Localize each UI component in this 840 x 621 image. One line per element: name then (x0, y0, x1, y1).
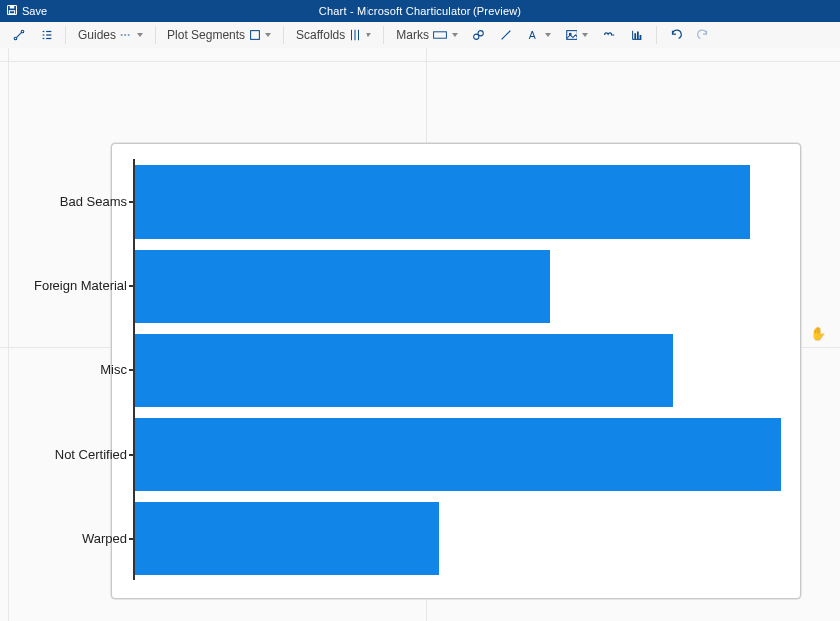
svg-point-19 (478, 31, 483, 36)
bar-label: Not Certified (8, 448, 135, 461)
undo-button[interactable] (665, 26, 686, 44)
svg-line-5 (16, 32, 21, 37)
svg-rect-25 (637, 32, 639, 40)
plot-segments-label: Plot Segments (167, 28, 245, 42)
svg-rect-13 (251, 31, 260, 40)
bar-row: Bad Seams (135, 159, 781, 244)
image-tool[interactable] (561, 26, 592, 44)
bar[interactable] (135, 250, 550, 323)
save-label: Save (22, 5, 47, 17)
chart-frame[interactable]: Bad SeamsForeign MaterialMiscNot Certifi… (111, 143, 801, 599)
ribbon-toolbar: Guides Plot Segments Scaffolds Marks (0, 22, 840, 49)
guide-icon (119, 28, 133, 42)
save-button[interactable]: Save (6, 4, 47, 18)
marks-menu[interactable]: Marks (392, 26, 462, 44)
separator (383, 26, 384, 44)
chevron-down-icon (366, 33, 371, 37)
bar[interactable] (135, 165, 750, 239)
bar[interactable] (135, 502, 439, 575)
svg-rect-1 (10, 6, 15, 9)
chevron-down-icon (582, 33, 588, 37)
bar-label: Bad Seams (8, 195, 135, 208)
guides-menu[interactable]: Guides (74, 26, 147, 44)
region-icon (248, 28, 262, 42)
svg-rect-2 (9, 11, 14, 14)
title-bar: Save Chart - Microsoft Charticulator (Pr… (0, 0, 840, 22)
axis-tick (129, 201, 135, 203)
svg-text:A: A (529, 29, 536, 41)
scaffold-icon (348, 28, 362, 42)
plot-area: Bad SeamsForeign MaterialMiscNot Certifi… (133, 159, 781, 580)
scaffolds-label: Scaffolds (296, 28, 345, 42)
svg-line-20 (502, 31, 511, 40)
bar-row: Not Certified (135, 412, 781, 496)
axis-tick (129, 369, 135, 371)
line-tool[interactable] (495, 26, 517, 44)
chevron-down-icon (137, 33, 143, 37)
svg-rect-17 (434, 32, 447, 38)
separator (283, 26, 284, 44)
legend-tool[interactable] (36, 26, 57, 44)
bar-label: Misc (8, 363, 135, 376)
rect-mark-icon (432, 29, 448, 41)
bar-row: Foreign Material (135, 244, 781, 328)
marks-label: Marks (396, 28, 429, 42)
separator (656, 26, 657, 44)
plot-segments-menu[interactable]: Plot Segments (163, 26, 275, 44)
link-tool[interactable] (8, 26, 30, 44)
grid-line (0, 61, 840, 62)
redo-button[interactable] (692, 26, 714, 44)
axis-tick (129, 538, 135, 540)
data-axis-tool[interactable] (626, 26, 648, 44)
save-icon (6, 4, 18, 18)
window-title: Chart - Microsoft Charticulator (Preview… (319, 5, 521, 17)
bar[interactable] (135, 418, 781, 491)
pan-cursor-icon: ✋ (810, 326, 826, 341)
bar-row: Warped (135, 496, 781, 580)
bar-label: Warped (8, 532, 135, 545)
scaffolds-menu[interactable]: Scaffolds (292, 26, 375, 44)
text-tool[interactable]: A (523, 26, 555, 44)
guides-label: Guides (78, 28, 116, 42)
axis-tick (129, 285, 135, 287)
separator (65, 26, 66, 44)
axis-tick (129, 454, 135, 456)
chevron-down-icon (265, 33, 271, 37)
bar[interactable] (135, 334, 673, 407)
canvas[interactable]: Bad SeamsForeign MaterialMiscNot Certifi… (0, 48, 840, 621)
svg-rect-24 (634, 33, 636, 39)
icon-tool[interactable] (598, 26, 620, 44)
bar-row: Misc (135, 328, 781, 412)
chevron-down-icon (452, 33, 458, 37)
symbol-tool[interactable] (468, 26, 489, 44)
svg-rect-26 (640, 35, 642, 39)
bar-label: Foreign Material (8, 279, 135, 292)
chevron-down-icon (545, 33, 551, 37)
separator (155, 26, 156, 44)
